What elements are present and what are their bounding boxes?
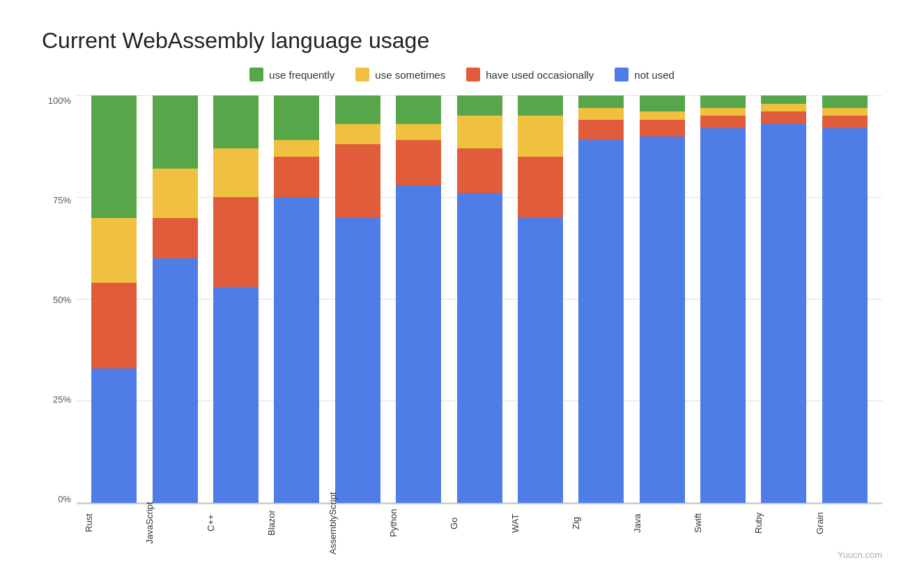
x-axis-label: Ruby bbox=[753, 504, 814, 546]
not-used-segment bbox=[335, 218, 380, 504]
bar-group bbox=[84, 95, 144, 503]
x-axis-label: JavaScript bbox=[144, 504, 205, 546]
sometimes-segment bbox=[640, 111, 685, 120]
legend: use frequentlyuse sometimeshave used occ… bbox=[42, 68, 882, 81]
y-axis: 100%75%50%25%0% bbox=[42, 95, 77, 546]
legend-label: not used bbox=[634, 69, 675, 81]
occasionally-segment bbox=[640, 120, 685, 136]
y-axis-label: 100% bbox=[48, 95, 71, 106]
bar bbox=[578, 95, 624, 503]
sometimes-segment bbox=[457, 116, 502, 148]
bar bbox=[153, 95, 198, 503]
occasionally-segment bbox=[396, 140, 441, 185]
x-axis-label: AssemblyScript bbox=[328, 504, 388, 546]
bar-group bbox=[693, 95, 753, 503]
occasionally-segment bbox=[91, 283, 137, 368]
bar bbox=[457, 95, 502, 503]
not-used-segment bbox=[213, 287, 259, 503]
bar-group bbox=[510, 95, 571, 503]
x-axis-label: Rust bbox=[84, 504, 144, 546]
frequently-segment bbox=[822, 95, 868, 108]
frequently-segment bbox=[153, 95, 198, 169]
sometimes-segment bbox=[578, 108, 624, 121]
occasionally-segment bbox=[274, 157, 319, 198]
bars-wrapper: RustJavaScriptC++BlazorAssemblyScriptPyt… bbox=[77, 95, 882, 546]
bar bbox=[761, 95, 806, 503]
occasionally-segment bbox=[518, 157, 563, 218]
x-axis-label: Grain bbox=[815, 504, 875, 546]
x-axis-label: Python bbox=[388, 504, 449, 546]
bar bbox=[335, 95, 380, 503]
y-axis-label: 0% bbox=[58, 494, 71, 504]
sometimes-segment bbox=[396, 124, 441, 140]
occasionally-segment bbox=[153, 218, 198, 259]
sometimes-segment bbox=[700, 108, 746, 116]
occasionally-segment bbox=[213, 197, 259, 287]
legend-color-box bbox=[355, 68, 369, 81]
legend-label: have used occasionally bbox=[486, 69, 594, 81]
sometimes-segment bbox=[153, 169, 198, 217]
frequently-segment bbox=[578, 95, 624, 108]
y-axis-label: 75% bbox=[53, 195, 71, 205]
not-used-segment bbox=[91, 368, 137, 503]
x-axis-label: Zig bbox=[571, 504, 631, 546]
frequently-segment bbox=[91, 95, 137, 218]
x-axis-label: Go bbox=[449, 504, 509, 546]
frequently-segment bbox=[761, 95, 806, 104]
sometimes-segment bbox=[761, 104, 806, 112]
bar bbox=[822, 95, 868, 503]
occasionally-segment bbox=[335, 144, 380, 217]
not-used-segment bbox=[822, 128, 868, 503]
sometimes-segment bbox=[335, 124, 380, 144]
legend-label: use sometimes bbox=[375, 69, 445, 81]
bar-group bbox=[571, 95, 631, 503]
chart-container: Current WebAssembly language usage use f… bbox=[0, 0, 924, 567]
occasionally-segment bbox=[822, 116, 868, 128]
sometimes-segment bbox=[822, 108, 868, 116]
frequently-segment bbox=[700, 95, 746, 108]
bar bbox=[640, 95, 685, 503]
sometimes-segment bbox=[213, 148, 259, 197]
bar-group bbox=[206, 95, 266, 503]
bar-group bbox=[144, 95, 205, 503]
frequently-segment bbox=[335, 95, 380, 124]
occasionally-segment bbox=[700, 116, 746, 128]
y-axis-label: 50% bbox=[53, 295, 71, 305]
legend-color-box bbox=[249, 68, 263, 81]
x-labels: RustJavaScriptC++BlazorAssemblyScriptPyt… bbox=[77, 504, 882, 546]
bar bbox=[396, 95, 441, 503]
not-used-segment bbox=[700, 128, 746, 503]
x-axis-label: Java bbox=[632, 504, 693, 546]
chart-area: 100%75%50%25%0% RustJavaScriptC++BlazorA… bbox=[42, 95, 882, 546]
legend-item: have used occasionally bbox=[466, 68, 594, 81]
frequently-segment bbox=[396, 95, 441, 124]
not-used-segment bbox=[396, 185, 441, 503]
frequently-segment bbox=[457, 95, 502, 116]
bar bbox=[274, 95, 319, 503]
legend-color-box bbox=[466, 68, 480, 81]
not-used-segment bbox=[518, 218, 563, 504]
bar-group bbox=[449, 95, 509, 503]
x-axis-label: C++ bbox=[206, 504, 266, 546]
not-used-segment bbox=[640, 137, 685, 504]
frequently-segment bbox=[518, 95, 563, 116]
sometimes-segment bbox=[274, 140, 319, 156]
occasionally-segment bbox=[578, 120, 624, 140]
frequently-segment bbox=[640, 95, 685, 111]
bars-row bbox=[77, 95, 882, 503]
bar-group bbox=[632, 95, 693, 503]
legend-item: use sometimes bbox=[355, 68, 445, 81]
bar-group bbox=[388, 95, 449, 503]
not-used-segment bbox=[457, 193, 502, 503]
y-axis-label: 25% bbox=[53, 394, 71, 405]
bar bbox=[213, 95, 259, 503]
legend-item: use frequently bbox=[249, 68, 334, 81]
x-axis-label: Blazor bbox=[266, 504, 327, 546]
x-axis-label: WAT bbox=[510, 504, 571, 546]
watermark: Yuucn.com bbox=[838, 550, 882, 560]
occasionally-segment bbox=[457, 148, 502, 193]
not-used-segment bbox=[274, 197, 319, 503]
bar-group bbox=[266, 95, 327, 503]
bars-area bbox=[77, 95, 882, 504]
bar-group bbox=[328, 95, 388, 503]
